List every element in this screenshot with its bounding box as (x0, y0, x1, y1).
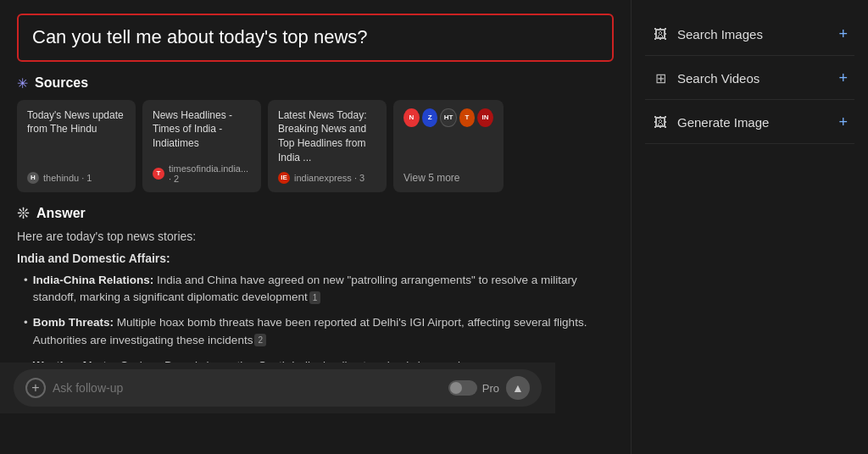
bullet-term-2: Bomb Threats: (33, 316, 114, 329)
answer-header: ❊ Answer (17, 204, 614, 223)
bullet-list: India-China Relations: India and China h… (17, 272, 614, 374)
pro-toggle: Pro (448, 380, 499, 396)
search-videos-label: Search Videos (677, 71, 760, 86)
answer-intro: Here are today's top news stories: (17, 230, 614, 243)
sources-section: ✳ Sources Today's News update from The H… (17, 75, 614, 192)
sidebar-item-search-videos[interactable]: ⊞ Search Videos + (645, 58, 854, 100)
bullet-text-2: Multiple hoax bomb threats have been rep… (33, 316, 587, 346)
pro-label: Pro (482, 382, 499, 395)
source-card-3[interactable]: Latest News Today: Breaking News and Top… (268, 100, 387, 192)
multi-icon-ndtv: N (403, 108, 420, 127)
source-card-2-title: News Headlines - Times of India - Indiat… (153, 108, 251, 151)
generate-image-icon: 🖼 (652, 115, 669, 130)
source-card-1[interactable]: Today's News update from The Hindu H the… (17, 100, 136, 192)
bullet-term-1: India-China Relations: (33, 274, 154, 286)
search-images-plus-icon: + (838, 25, 848, 43)
generate-image-label: Generate Image (677, 115, 769, 130)
multi-icon-ht: HT (440, 108, 456, 127)
search-images-icon: 🖼 (652, 27, 669, 42)
source-favicon-3: IE (278, 172, 290, 184)
sources-label: Sources (35, 75, 88, 91)
ref-badge-2: 2 (254, 334, 266, 346)
source-card-multi[interactable]: N Z HT T IN View 5 more (393, 100, 504, 192)
send-button[interactable]: ▲ (506, 376, 530, 400)
search-videos-icon: ⊞ (652, 70, 669, 86)
follow-up-input[interactable] (53, 381, 442, 395)
answer-section: ❊ Answer Here are today's top news stori… (17, 204, 614, 374)
source-domain-3: indianexpress · 3 (294, 173, 364, 183)
source-card-1-footer: H thehindu · 1 (27, 172, 125, 184)
search-images-label: Search Images (677, 27, 763, 42)
query-text: Can you tell me about today's top news? (32, 25, 598, 50)
answer-icon: ❊ (17, 204, 30, 223)
source-card-2-footer: T timesofindia.india... · 2 (153, 163, 251, 184)
multi-icon-in: IN (477, 108, 493, 127)
source-card-3-footer: IE indianexpress · 3 (278, 172, 376, 184)
sources-header: ✳ Sources (17, 75, 614, 91)
sources-icon: ✳ (17, 75, 28, 91)
search-videos-plus-icon: + (838, 69, 848, 87)
sidebar-item-left-generate: 🖼 Generate Image (652, 115, 769, 130)
multi-icon-toi2: T (459, 108, 476, 127)
source-favicon-2: T (153, 168, 164, 180)
source-favicon-1: H (27, 172, 39, 184)
sidebar-item-left-videos: ⊞ Search Videos (652, 70, 760, 86)
sidebar-item-left-images: 🖼 Search Images (652, 27, 763, 42)
bullet-item-2: Bomb Threats: Multiple hoax bomb threats… (24, 314, 614, 349)
multi-icon-zee: Z (422, 108, 438, 127)
sources-cards: Today's News update from The Hindu H the… (17, 100, 614, 192)
generate-image-plus-icon: + (838, 114, 848, 131)
answer-label: Answer (36, 206, 86, 221)
sidebar: 🖼 Search Images + ⊞ Search Videos + 🖼 Ge… (631, 0, 868, 454)
source-domain-2: timesofindia.india... · 2 (169, 163, 251, 184)
section-heading: India and Domestic Affairs: (17, 252, 614, 265)
source-card-2[interactable]: News Headlines - Times of India - Indiat… (142, 100, 261, 192)
sidebar-item-generate-image[interactable]: 🖼 Generate Image + (645, 102, 854, 144)
source-domain-1: thehindu · 1 (43, 173, 92, 183)
bullet-item-1: India-China Relations: India and China h… (24, 272, 614, 307)
sidebar-item-search-images[interactable]: 🖼 Search Images + (645, 14, 854, 56)
source-card-3-title: Latest News Today: Breaking News and Top… (278, 108, 376, 165)
query-box: Can you tell me about today's top news? (17, 14, 614, 62)
add-attachment-button[interactable]: + (25, 378, 46, 398)
ref-badge-1: 1 (309, 291, 321, 304)
source-card-1-title: Today's News update from The Hindu (27, 108, 125, 137)
view-more-text: View 5 more (403, 172, 493, 184)
toggle-knob (450, 382, 462, 394)
follow-up-bar: + Pro ▲ (0, 363, 555, 413)
pro-toggle-switch[interactable] (448, 380, 477, 396)
multi-icons: N Z HT T IN (403, 108, 493, 127)
follow-up-input-wrap: + Pro ▲ (14, 369, 542, 407)
